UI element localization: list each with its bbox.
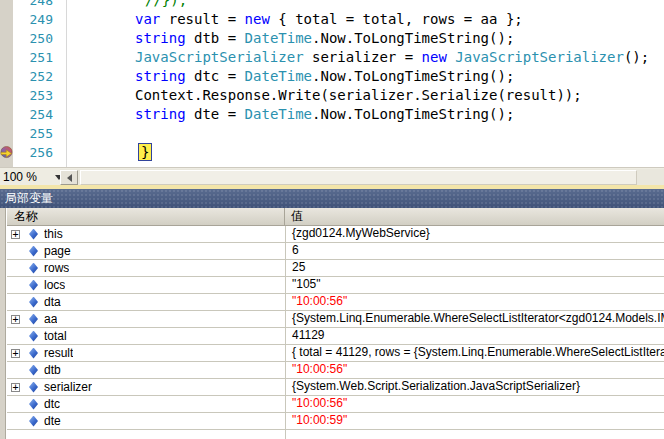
variable-name: result [44, 346, 73, 361]
code-line[interactable]: 252string dtc = DateTime.Now.ToLongTimeS… [0, 67, 664, 86]
code-token: serializer = [304, 49, 422, 65]
variable-row[interactable]: +serializer{System.Web.Script.Serializat… [7, 379, 664, 396]
variable-name: page [44, 244, 71, 259]
header-name-column[interactable]: 名称 [7, 208, 285, 225]
code-text: } [138, 143, 152, 162]
variable-name: dtb [44, 363, 61, 378]
variable-name: total [44, 329, 67, 344]
code-line[interactable]: 250string dtb = DateTime.Now.ToLongTimeS… [0, 29, 664, 48]
variable-name-cell: page [7, 243, 285, 259]
editor-bottom-bar: 100 % [0, 167, 664, 186]
code-text: string dtb = DateTime.Now.ToLongTimeStri… [135, 29, 514, 48]
locals-title: 局部变量 [5, 191, 53, 205]
code-text: Context.Response.Write(serializer.Serial… [135, 86, 582, 105]
scroll-left-arrow-icon [67, 174, 72, 182]
field-icon [29, 246, 38, 257]
code-token: Context.Response.Write(serializer.Serial… [135, 87, 582, 103]
line-number: 249 [13, 10, 53, 29]
field-icon [29, 382, 38, 393]
locals-grid: 名称 值 +this{zgd0124.MyWebService}page6row… [7, 208, 664, 439]
code-token: DateTime [245, 68, 312, 84]
locals-rows: +this{zgd0124.MyWebService}page6rows25lo… [7, 226, 664, 439]
code-line[interactable]: 248//}); [0, 0, 664, 10]
line-number: 256 [13, 143, 53, 162]
variable-row[interactable]: dta"10:00:56" [7, 294, 664, 311]
code-line[interactable]: 251JavaScriptSerializer serializer = new… [0, 48, 664, 67]
variable-row[interactable]: +aa{System.Linq.Enumerable.WhereSelectLi… [7, 311, 664, 328]
header-value-column[interactable]: 值 [285, 208, 664, 225]
line-number: 255 [13, 124, 53, 143]
expand-icon[interactable]: + [11, 383, 20, 392]
variable-name-cell: dte [7, 413, 285, 429]
empty-row [7, 430, 664, 439]
variable-value: "10:00:56" [285, 294, 664, 310]
expand-icon[interactable]: + [11, 230, 20, 239]
variable-value: {zgd0124.MyWebService} [285, 226, 664, 242]
field-icon [29, 314, 38, 325]
variable-row[interactable]: rows25 [7, 260, 664, 277]
variable-value: 25 [285, 260, 664, 276]
code-token: var [135, 11, 160, 27]
code-line[interactable]: 256} [0, 143, 664, 162]
line-number: 254 [13, 105, 53, 124]
scroll-left-button[interactable] [60, 170, 78, 185]
variable-row[interactable]: dte"10:00:59" [7, 413, 664, 430]
variable-name: locs [44, 278, 65, 293]
variable-name-cell: locs [7, 277, 285, 293]
code-token: JavaScriptSerializer [455, 49, 624, 65]
variable-row[interactable]: dtc"10:00:56" [7, 396, 664, 413]
code-text: string dtc = DateTime.Now.ToLongTimeStri… [135, 67, 514, 86]
field-icon [29, 416, 38, 427]
code-line[interactable]: 255 [0, 124, 664, 143]
variable-name-cell: dta [7, 294, 285, 310]
code-line[interactable]: 253Context.Response.Write(serializer.Ser… [0, 86, 664, 105]
current-statement-icon[interactable] [0, 146, 13, 159]
variable-value: "10:00:56" [285, 396, 664, 412]
variable-name: dta [44, 295, 61, 310]
zoom-level-select[interactable]: 100 % [3, 169, 63, 185]
visual-studio-debug-screen: 248//});249var result = new { total = to… [0, 0, 664, 439]
code-line[interactable]: 249var result = new { total = total, row… [0, 10, 664, 29]
variable-value: "10:00:59" [285, 413, 664, 429]
locals-window: 局部变量 名称 值 +this{zgd0124.MyWebService}pag… [0, 189, 664, 439]
variable-name: dtc [44, 397, 60, 412]
variable-value: 6 [285, 243, 664, 259]
code-text: var result = new { total = total, rows =… [135, 10, 523, 29]
variable-name: dte [44, 414, 61, 429]
variable-row[interactable]: page6 [7, 243, 664, 260]
scrollbar-thumb[interactable] [80, 170, 637, 185]
variable-row[interactable]: +this{zgd0124.MyWebService} [7, 226, 664, 243]
expand-icon[interactable]: + [11, 349, 20, 358]
line-number: 250 [13, 29, 53, 48]
variable-name: aa [44, 312, 57, 327]
variable-row[interactable]: +result{ total = 41129, rows = {System.L… [7, 345, 664, 362]
variable-value [285, 430, 664, 439]
variable-row[interactable]: locs"105" [7, 277, 664, 294]
variable-row[interactable]: dtb"10:00:56" [7, 362, 664, 379]
code-token: dte = [186, 106, 245, 122]
variable-value: {System.Linq.Enumerable.WhereSelectListI… [285, 311, 664, 327]
code-token: .Now.ToLongTimeString(); [312, 68, 514, 84]
variable-name-cell: +serializer [7, 379, 285, 395]
code-token: string [135, 106, 186, 122]
variable-value: "10:00:56" [285, 362, 664, 378]
variable-name-cell: rows [7, 260, 285, 276]
field-icon [29, 229, 38, 240]
code-text: string dte = DateTime.Now.ToLongTimeStri… [135, 105, 514, 124]
variable-name-cell: total [7, 328, 285, 344]
variable-row[interactable]: total41129 [7, 328, 664, 345]
locals-left-margin [0, 208, 6, 439]
code-token: .Now.ToLongTimeString(); [312, 30, 514, 46]
code-line[interactable]: 254string dte = DateTime.Now.ToLongTimeS… [0, 105, 664, 124]
horizontal-scrollbar[interactable] [60, 169, 664, 186]
field-icon [29, 331, 38, 342]
code-token: result = [160, 11, 244, 27]
variable-name-cell: dtb [7, 362, 285, 378]
variable-name: rows [44, 261, 69, 276]
code-token: new [245, 11, 270, 27]
code-editor[interactable]: 248//});249var result = new { total = to… [0, 0, 664, 167]
field-icon [29, 263, 38, 274]
expand-icon[interactable]: + [11, 315, 20, 324]
variable-value: "105" [285, 277, 664, 293]
code-token: DateTime [245, 30, 312, 46]
